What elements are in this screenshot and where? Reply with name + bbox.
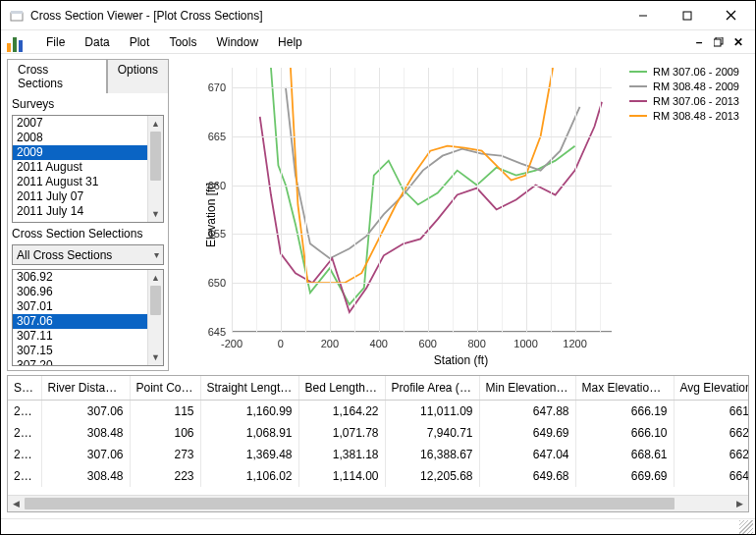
scroll-up-icon[interactable]: ▲ <box>148 270 163 286</box>
y-tick: 660 <box>192 180 226 191</box>
table-row[interactable]: 2013307.062731,369.481,381.1816,388.6764… <box>8 444 748 465</box>
list-item[interactable]: 2008 <box>13 131 163 145</box>
statusbar <box>1 518 755 534</box>
table-row[interactable]: 2013308.482231,106.021,114.0012,205.6864… <box>8 465 748 487</box>
x-tick: 800 <box>467 338 485 349</box>
window-title: Cross Section Viewer - [Plot Cross Secti… <box>30 9 621 23</box>
menubar: File Data Plot Tools Window Help – ✕ <box>1 30 755 54</box>
legend-item: RM 308.48 - 2009 <box>629 79 739 93</box>
list-item[interactable]: 307.11 <box>13 329 163 344</box>
list-item[interactable]: 307.01 <box>13 299 163 314</box>
y-tick: 645 <box>192 326 226 338</box>
svg-rect-3 <box>683 12 691 20</box>
left-panel: Cross Sections Options Surveys 200720082… <box>7 58 169 371</box>
svg-rect-7 <box>714 39 721 46</box>
column-header[interactable]: River Distance <box>41 376 130 400</box>
mdi-close-icon[interactable]: ✕ <box>731 35 745 49</box>
y-tick: 670 <box>192 81 226 93</box>
chevron-down-icon: ▾ <box>154 249 159 260</box>
legend-item: RM 307.06 - 2009 <box>629 64 739 79</box>
maximize-button[interactable] <box>665 2 709 29</box>
scrollbar[interactable]: ▲ ▼ <box>147 116 163 222</box>
list-item[interactable]: 306.96 <box>13 285 163 299</box>
chart-series <box>271 68 575 304</box>
x-tick: 400 <box>370 338 388 349</box>
xsec-label: Cross Section Selections <box>12 227 164 241</box>
y-tick: 655 <box>192 228 226 240</box>
column-header[interactable]: Straight Length (ft) <box>200 376 298 400</box>
titlebar: Cross Section Viewer - [Plot Cross Secti… <box>1 1 755 30</box>
svg-rect-1 <box>11 11 23 14</box>
app-window: Cross Section Viewer - [Plot Cross Secti… <box>0 0 756 535</box>
horizontal-scrollbar[interactable]: ◀ ▶ <box>8 495 748 511</box>
surveys-listbox[interactable]: 2007200820092011 August2011 August 31201… <box>12 115 164 223</box>
list-item[interactable]: 307.20 <box>13 358 163 366</box>
chart: Elevation [ft] Station (ft) RM 307.06 - … <box>173 58 749 371</box>
y-tick: 650 <box>192 277 226 289</box>
legend: RM 307.06 - 2009RM 308.48 - 2009RM 307.0… <box>629 64 739 123</box>
menu-window[interactable]: Window <box>206 32 268 52</box>
column-header[interactable]: Profile Area (ft²) <box>385 376 479 400</box>
menu-file[interactable]: File <box>36 32 75 52</box>
scroll-right-icon[interactable]: ▶ <box>731 496 748 512</box>
list-item[interactable]: 2007 <box>13 116 163 131</box>
tab-cross-sections[interactable]: Cross Sections <box>7 59 107 93</box>
xsec-combo[interactable]: All Cross Sections ▾ <box>12 244 164 265</box>
list-item[interactable]: 2011 August <box>13 160 163 175</box>
resize-grip-icon[interactable] <box>739 520 753 534</box>
column-header[interactable]: Min Elevation (ft) <box>479 376 575 400</box>
list-item[interactable]: 307.15 <box>13 344 163 358</box>
svg-rect-0 <box>11 13 23 21</box>
x-tick: 200 <box>321 338 339 349</box>
table-row[interactable]: 2009307.061151,160.991,164.2211,011.0964… <box>8 400 748 422</box>
column-header[interactable]: Bed Length (ft) <box>298 376 385 400</box>
app-icon <box>9 8 25 24</box>
data-table: Su...River DistancePoint CountStraight L… <box>7 375 749 512</box>
column-header[interactable]: Max Elevation (ft) <box>575 376 674 400</box>
tab-options[interactable]: Options <box>107 59 169 93</box>
list-item[interactable]: 2011 August 31 <box>13 175 163 189</box>
x-tick: 1200 <box>563 338 586 349</box>
list-item[interactable]: 2011 July 07 <box>13 189 163 204</box>
menu-help[interactable]: Help <box>268 32 312 52</box>
minimize-button[interactable] <box>621 2 665 29</box>
x-tick: -200 <box>221 338 243 349</box>
legend-item: RM 308.48 - 2013 <box>629 108 739 123</box>
scrollbar[interactable]: ▲ ▼ <box>147 270 163 365</box>
list-item[interactable]: 2009 <box>13 145 163 160</box>
xsec-listbox[interactable]: 306.92306.96307.01307.06307.11307.15307.… <box>12 269 164 366</box>
scroll-down-icon[interactable]: ▼ <box>148 206 163 222</box>
surveys-label: Surveys <box>12 97 164 111</box>
x-axis-label: Station (ft) <box>434 353 488 367</box>
table-row[interactable]: 2009308.481061,068.911,071.787,940.71649… <box>8 422 748 444</box>
menu-data[interactable]: Data <box>75 32 119 52</box>
scroll-up-icon[interactable]: ▲ <box>148 116 163 132</box>
list-item[interactable]: 307.06 <box>13 314 163 329</box>
app-logo-icon <box>7 32 27 52</box>
x-tick: 0 <box>278 338 284 349</box>
column-header[interactable]: Point Count <box>130 376 200 400</box>
list-item[interactable]: 306.92 <box>13 270 163 285</box>
close-button[interactable] <box>709 2 753 29</box>
xsec-combo-value: All Cross Sections <box>17 248 112 262</box>
x-tick: 600 <box>419 338 437 349</box>
column-header[interactable]: Avg Elevation (ft) <box>674 376 748 400</box>
column-header[interactable]: Su... <box>8 376 41 400</box>
x-tick: 1000 <box>513 338 537 349</box>
scroll-left-icon[interactable]: ◀ <box>8 496 25 512</box>
mdi-minimize-icon[interactable]: – <box>692 35 706 49</box>
menu-plot[interactable]: Plot <box>120 32 160 52</box>
legend-item: RM 307.06 - 2013 <box>629 93 739 108</box>
list-item[interactable]: 2011 July 14 <box>13 204 163 219</box>
scroll-down-icon[interactable]: ▼ <box>148 349 163 365</box>
menu-tools[interactable]: Tools <box>159 32 206 52</box>
mdi-restore-icon[interactable] <box>712 35 726 49</box>
y-tick: 665 <box>192 131 226 142</box>
